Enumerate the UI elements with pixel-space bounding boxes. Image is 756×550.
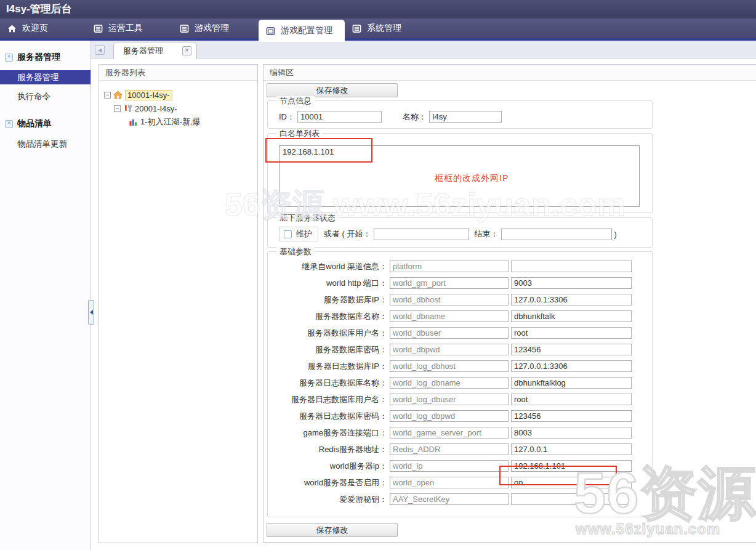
sidebar-item-server-mgmt[interactable]: 服务器管理 — [0, 70, 90, 84]
param-row: 服务器日志数据库IP： — [273, 360, 652, 372]
param-key-input[interactable] — [390, 477, 509, 488]
tree-node: 1-初入江湖-新,爆 — [104, 115, 252, 129]
nav-tab-label: 游戏配置管理 — [281, 25, 332, 36]
param-key-input[interactable] — [390, 427, 509, 439]
param-label: 服务器日志数据库名称： — [273, 378, 387, 389]
param-row: 服务器数据库密码： — [273, 344, 652, 355]
name-input[interactable] — [429, 111, 502, 123]
start-time-input[interactable] — [374, 228, 469, 240]
param-key-input[interactable] — [390, 377, 509, 389]
param-value-input[interactable] — [511, 294, 632, 305]
chart-icon — [129, 118, 138, 127]
server-tree: − 10001-I4sy- − 20001-I4sy- 1-初入江湖-新,爆 — [99, 81, 257, 136]
param-value-input[interactable] — [511, 410, 632, 422]
sidebar-section-item-list[interactable]: ^ 物品清单 — [0, 116, 90, 132]
param-value-input[interactable] — [511, 327, 632, 339]
server-status-fieldset: 底下服务器状态 维护 或者 ( 开始： 结束： ) — [267, 217, 653, 248]
node-info-fieldset: 节点信息 ID： 名称： — [267, 100, 653, 129]
maintain-label: 维护 — [296, 228, 312, 240]
tree-node-label[interactable]: 10001-I4sy- — [125, 90, 172, 100]
sidebar-section-title: 服务器管理 — [17, 52, 60, 63]
param-key-input[interactable] — [390, 344, 509, 355]
param-value-input[interactable] — [511, 261, 632, 272]
chevron-up-icon: ^ — [5, 120, 13, 128]
close-icon[interactable]: × — [182, 46, 191, 55]
param-key-input[interactable] — [390, 277, 509, 289]
server-list-panel: 服务器列表 − 10001-I4sy- − 20001-I4sy- — [99, 64, 258, 543]
edit-area-title: 编辑区 — [263, 65, 756, 81]
param-value-input[interactable] — [511, 443, 632, 455]
name-label: 名称： — [403, 111, 427, 123]
param-value-input[interactable] — [511, 377, 632, 389]
nav-tab-system-mgmt[interactable]: 系统管理 — [345, 18, 431, 38]
param-key-input[interactable] — [390, 443, 509, 455]
param-key-input[interactable] — [390, 410, 509, 422]
sidebar-collapse-handle[interactable] — [88, 300, 94, 325]
id-input[interactable] — [297, 111, 382, 123]
param-row: 服务器日志数据库密码： — [273, 410, 652, 422]
param-value-input[interactable] — [511, 460, 632, 472]
param-value-input[interactable] — [511, 310, 632, 322]
id-label: ID： — [279, 111, 295, 123]
param-key-input[interactable] — [390, 360, 509, 372]
param-key-input[interactable] — [390, 460, 509, 472]
collapse-toggle-icon[interactable]: − — [114, 105, 121, 112]
param-value-input[interactable] — [511, 344, 632, 355]
sidebar-item-exec-command[interactable]: 执行命令 — [0, 89, 90, 103]
tab-scroll-left-button[interactable]: ◀ — [95, 45, 105, 55]
param-value-input[interactable] — [511, 360, 632, 372]
server-status-legend: 底下服务器状态 — [276, 213, 339, 222]
nav-tab-label: 欢迎页 — [22, 23, 48, 34]
whitelist-fieldset: 白名单列表 192.168.1.101 — [267, 133, 653, 213]
or-start-label: 或者 ( 开始： — [324, 228, 371, 240]
sidebar-item-item-list-update[interactable]: 物品清单更新 — [0, 137, 90, 151]
param-row: 服务器数据库用户名： — [273, 327, 652, 339]
param-row: world服务器是否启用： — [273, 477, 652, 488]
nav-tab-game-mgmt[interactable]: 游戏管理 — [172, 18, 259, 38]
param-key-input[interactable] — [390, 493, 509, 505]
param-label: 服务器数据库名称： — [273, 311, 387, 322]
maintain-checkbox[interactable] — [284, 230, 292, 238]
nav-tab-game-config-mgmt[interactable]: 游戏配置管理 — [259, 20, 345, 42]
param-value-input[interactable] — [511, 493, 632, 505]
param-row: 服务器数据库IP： — [273, 294, 652, 305]
param-row: 服务器数据库名称： — [273, 310, 652, 322]
tab-label: 服务器管理 — [114, 46, 182, 57]
nav-tab-label: 系统管理 — [367, 23, 401, 34]
param-key-input[interactable] — [390, 294, 509, 305]
param-label: game服务器连接端口： — [273, 427, 387, 439]
param-value-input[interactable] — [511, 394, 632, 405]
tree-node: − 20001-I4sy- — [104, 102, 252, 115]
param-row: 爱爱游秘钥： — [273, 493, 652, 505]
nav-tab-welcome[interactable]: 欢迎页 — [0, 18, 86, 38]
edit-panel: 编辑区 保存修改 节点信息 ID： 名称： 白名单列表 192.168.1.10… — [263, 64, 756, 543]
nav-tab-operation-tools[interactable]: 运营工具 — [86, 18, 172, 38]
title-bar: I4sy-管理后台 — [0, 0, 756, 18]
tree-node-label[interactable]: 1-初入江湖-新,爆 — [140, 116, 201, 127]
end-time-input[interactable] — [501, 228, 612, 240]
save-button-top[interactable]: 保存修改 — [267, 83, 398, 97]
param-key-input[interactable] — [390, 310, 509, 322]
save-button-bottom[interactable]: 保存修改 — [267, 523, 398, 537]
nav-tab-label: 游戏管理 — [195, 23, 229, 34]
window-icon — [266, 26, 275, 36]
param-row-world-ip: world服务器ip： — [273, 460, 652, 472]
param-key-input[interactable] — [390, 327, 509, 339]
chevron-up-icon: ^ — [5, 54, 13, 62]
param-key-input[interactable] — [390, 261, 509, 272]
param-label: 服务器数据库用户名： — [273, 328, 387, 339]
whitelist-legend: 白名单列表 — [276, 129, 323, 138]
end-label: 结束： — [475, 228, 499, 240]
whitelist-textarea[interactable]: 192.168.1.101 — [279, 145, 640, 207]
tree-node-label[interactable]: 20001-I4sy- — [135, 104, 177, 113]
param-key-input[interactable] — [390, 394, 509, 405]
param-value-input[interactable] — [511, 277, 632, 289]
collapse-toggle-icon[interactable]: − — [104, 92, 111, 99]
param-label: 继承自world 渠道信息： — [273, 261, 387, 272]
sidebar-section-server-mgmt[interactable]: ^ 服务器管理 — [0, 49, 90, 65]
param-value-input[interactable] — [511, 477, 632, 488]
param-label: world服务器是否启用： — [273, 477, 387, 488]
tab-server-mgmt[interactable]: 服务器管理 × — [113, 42, 197, 59]
tools-icon — [123, 104, 132, 113]
param-value-input[interactable] — [511, 427, 632, 439]
